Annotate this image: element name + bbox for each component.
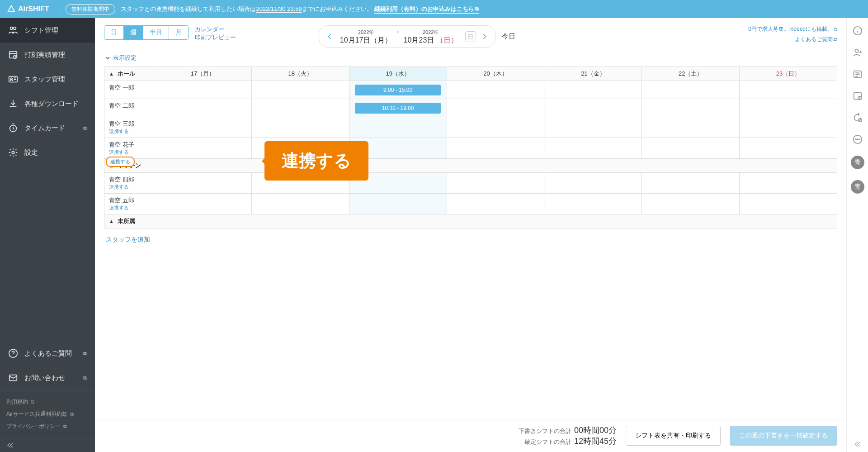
shift-cell[interactable] [447,138,545,158]
group-header[interactable]: ▲キッチン [104,158,837,172]
shift-cell[interactable] [447,194,545,214]
shift-cell[interactable] [252,81,349,99]
calendar-icon[interactable] [465,31,476,42]
shift-cell[interactable] [642,138,740,158]
shift-cell[interactable] [642,173,740,193]
add-staff-link[interactable]: スタッフを追加 [104,228,837,251]
share-print-button[interactable]: シフト表を共有・印刷する [626,426,721,446]
continue-link[interactable]: 継続利用（有料）のお申込みはこちら ⧉ [374,5,479,14]
shift-cell[interactable] [154,99,252,117]
sidebar-item-gear[interactable]: 設定 [0,140,95,165]
shift-cell[interactable] [740,138,837,158]
next-week-button[interactable] [479,31,491,43]
legal-link[interactable]: 利用規約⧉ [6,396,89,408]
shift-cell[interactable]: 10:30 - 19:00 [349,99,447,117]
shift-cell[interactable] [447,117,545,138]
gear-icon [8,147,18,157]
print-preview-link[interactable]: 印刷プレビュー [195,33,236,42]
staff-name-cell[interactable]: 青空 二郎 [104,99,154,117]
shift-cell[interactable] [642,81,740,99]
shift-cell[interactable] [740,81,837,99]
prev-week-button[interactable] [324,31,335,43]
rail-collapse[interactable] [854,441,862,447]
segment-週[interactable]: 週 [124,26,143,39]
sidebar-item-id-card[interactable]: スタッフ管理 [0,67,95,91]
shift-cell[interactable] [740,99,837,117]
sidebar-item-timer[interactable]: タイムカード ⧉ [0,116,95,140]
shift-cell[interactable] [642,194,740,214]
shift-calendar: ▲ホール17（月）18（火）19（水）20（木）21（金）22（土）23（日） … [104,67,837,228]
user-avatar[interactable]: 青 [851,180,864,194]
shift-cell[interactable] [544,194,642,214]
schedule-icon[interactable] [852,90,863,101]
list-icon[interactable] [852,69,863,80]
day-header: 17（月） [154,67,252,81]
sidebar-item-clock-check[interactable]: 打刻実績管理 [0,43,95,67]
shift-cell[interactable] [447,173,545,193]
chevron-up-icon: ▲ [109,71,114,76]
shift-cell[interactable] [154,194,252,214]
shift-chip[interactable]: 10:30 - 19:00 [355,103,441,114]
sidebar-item-help-circle[interactable]: よくあるご質問 ⧉ [0,341,95,366]
shift-cell[interactable] [544,173,642,193]
faq-link[interactable]: よくあるご質問⧉ [748,36,837,43]
group-header[interactable]: ▲未所属 [104,214,837,228]
sidebar-item-mail[interactable]: お問い合わせ ⧉ [0,366,95,390]
sidebar-item-download[interactable]: 各種ダウンロード [0,91,95,116]
indeed-promo-link[interactable]: 0円で求人募集。indeedにも掲載。⧉ [748,25,837,33]
shift-chip[interactable]: 9:00 - 15:00 [355,85,441,95]
shift-cell[interactable] [544,138,642,158]
shift-cell[interactable] [349,194,447,214]
shift-cell[interactable] [252,99,349,117]
confirm-drafts-button[interactable]: この週の下書きを一括確定する [730,426,837,446]
chat-icon[interactable] [852,134,863,145]
shift-cell[interactable]: 9:00 - 15:00 [349,81,447,99]
display-settings-toggle[interactable]: 表示設定 [104,51,837,67]
shift-cell[interactable] [447,99,545,117]
shift-cell[interactable] [154,173,252,193]
staff-name-cell[interactable]: 青空 四郎 連携する [104,173,154,193]
svg-point-19 [857,139,858,140]
shift-cell[interactable] [447,81,545,99]
shift-cell[interactable] [544,117,642,138]
segment-半月[interactable]: 半月 [143,26,169,39]
shift-cell[interactable] [642,99,740,117]
info-icon[interactable] [852,25,863,36]
refresh-icon[interactable] [852,112,863,123]
shift-cell[interactable] [740,194,837,214]
link-action[interactable]: 連携する [109,128,149,135]
shift-cell[interactable] [740,173,837,193]
shift-cell[interactable] [252,117,349,138]
legal-link[interactable]: プライバシーポリシー⧉ [6,420,89,433]
legal-link[interactable]: Airサービス共通利用約款⧉ [6,408,89,420]
date-range[interactable]: 2022年 10月17日（月） - 2022年 10月23日 （日） [335,28,462,45]
calendar-mode-link[interactable]: カレンダー [195,25,236,33]
segment-月[interactable]: 月 [169,26,188,39]
staff-name-cell[interactable]: 青空 三郎 連携する [104,117,154,138]
link-highlight-pill[interactable]: 連携する [106,157,135,167]
shift-cell[interactable] [252,194,349,214]
link-action[interactable]: 連携する [109,184,149,190]
shift-cell[interactable] [544,81,642,99]
link-action[interactable]: 連携する [109,149,149,156]
shift-cell[interactable] [740,117,837,138]
shift-cell[interactable] [154,117,252,138]
staff-row: 青空 三郎 連携する [104,117,837,138]
shift-cell[interactable] [154,81,252,99]
today-button[interactable]: 今日 [502,32,515,41]
svg-point-12 [855,49,858,52]
group-header[interactable]: ▲ホール17（月）18（火）19（水）20（木）21（金）22（土）23（日） [104,67,837,81]
segment-日[interactable]: 日 [104,26,124,39]
add-person-icon[interactable] [852,47,863,58]
link-action[interactable]: 連携する [109,205,149,211]
user-avatar[interactable]: 青 [851,156,864,169]
shift-cell[interactable] [349,117,447,138]
sidebar-collapse[interactable] [0,438,95,452]
shift-cell[interactable] [642,117,740,138]
staff-name-cell[interactable]: 青空 五郎 連携する [104,194,154,214]
shift-cell[interactable] [544,99,642,117]
staff-name-cell[interactable]: 青空 花子 連携する [104,138,154,158]
shift-cell[interactable] [154,138,252,158]
sidebar-item-users-list[interactable]: シフト管理 [0,18,95,43]
staff-name-cell[interactable]: 青空 一郎 [104,81,154,99]
